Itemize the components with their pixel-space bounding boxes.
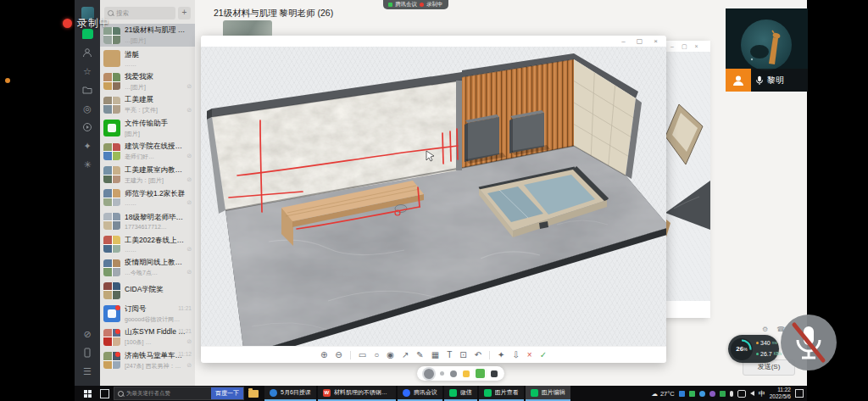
weather-widget[interactable]: ☁ 27°C [651,390,674,398]
chat-preview: …[图片] [125,83,186,92]
close-icon[interactable]: × [695,43,698,49]
close-icon[interactable]: × [654,37,658,45]
mute-icon: ⊘ [186,338,192,345]
chat-list-item[interactable]: 疫情期间线上教学……今晚7点…⊘ [100,256,195,279]
chat-list-item[interactable]: 18级黎明老师毕业…17734617712… [100,209,195,232]
zoom-in-tool[interactable]: ⊕ [320,351,327,359]
minimize-icon[interactable]: – [670,43,674,49]
tray-app-icon[interactable] [699,391,705,397]
chat-list-item[interactable]: 文件传输助手[图片] [100,117,195,140]
chat-list-item[interactable]: 游艇…… [100,47,195,70]
tray-app-icon[interactable] [720,391,726,397]
subscriptions-icon [108,309,116,318]
contacts-icon[interactable] [75,43,100,62]
add-chat-button[interactable]: + [178,7,191,19]
phone-icon[interactable] [75,343,100,362]
chat-list-item[interactable]: CIDA学院奖 [100,279,195,302]
ime-indicator[interactable]: 中 [759,389,765,398]
mini-programs-icon[interactable]: ✦ [75,136,100,155]
viewer-titlebar[interactable]: – ▢ × [201,36,666,47]
chat-list-item[interactable]: 建筑学院在线授课群老师们好…⊘ [100,140,195,163]
image-editor-icon [531,389,538,397]
undo-tool[interactable]: ↶ [475,351,481,359]
pin-tool[interactable]: ✦ [498,351,504,359]
save-tool[interactable]: ⇩ [512,351,519,359]
pen-color-swatch[interactable] [491,370,498,377]
task-view-button[interactable] [96,386,114,401]
meeting-badge[interactable]: 腾讯会议 录制中 [383,0,448,9]
pen-color-swatch[interactable] [463,370,470,377]
cancel-tool[interactable]: × [527,351,532,359]
clock[interactable]: 11:22 2022/5/6 [770,387,791,400]
gear-icon[interactable]: ⚙ [762,326,768,333]
chat-list-item[interactable]: 师范学校1.2家长群……⊘ [100,187,195,209]
start-button[interactable] [80,386,96,401]
dnd-icon[interactable]: ⊘ [75,325,100,343]
tray-app-icon[interactable] [709,391,715,397]
mic-muted-button[interactable] [781,315,837,370]
moments-icon[interactable]: ◎ [75,99,100,118]
chat-list-item[interactable]: 我爱我家…[图片]⊘ [100,70,195,93]
tray-chat-icon[interactable] [737,390,746,398]
arrow-tool[interactable]: ↗ [402,351,409,359]
network-speed-widget[interactable]: 26% 340 ms 26.7 KB/s [728,335,779,363]
menu-icon[interactable]: ☰ [75,362,100,381]
chat-list-item[interactable]: 工美建展室内教研室王建为：[图片]⊘ [100,163,195,186]
maximize-icon[interactable]: ▢ [682,43,687,50]
minimize-icon[interactable]: – [621,37,625,45]
taskbar-app-image-viewer[interactable]: 图片查看 [479,386,524,401]
crop-tool[interactable]: ⊡ [459,351,466,359]
text-tool[interactable]: T [447,351,452,359]
image-window-background[interactable]: – ▢ × [665,41,710,318]
pen-tool[interactable]: ✎ [416,351,423,359]
confirm-tool[interactable]: ✓ [540,351,547,359]
taskbar-app-wechat[interactable]: 微信 [444,386,477,401]
taskbar-app-image-editor[interactable]: 图片编辑 [526,386,570,401]
rect-tool[interactable]: ▭ [359,351,366,359]
video-call-tile[interactable]: 黎明 [726,8,808,92]
files-icon[interactable] [75,81,100,99]
tray-mic-icon[interactable] [730,391,733,397]
chat-list-item[interactable]: 济南铁马堂单车俱乐…[247条] 西装男神：饭局…11:12⊘ [100,348,195,371]
tray-app-icon[interactable] [689,391,695,397]
taskbar-app-wps-doc[interactable]: W材料肌理的不锈钢之… [318,386,396,401]
volume-icon[interactable] [750,391,754,396]
tray-app-icon[interactable] [679,391,685,397]
maximize-icon[interactable]: ▢ [637,37,643,45]
chat-list-item[interactable]: 工美2022春线上教………⊘ [100,233,195,256]
chat-name: 18级黎明老师毕业… [125,213,186,223]
mosaic-tool[interactable]: ▦ [431,351,439,359]
chat-list-item[interactable]: 21级材料与肌理 黎明……[图片] [100,24,195,47]
search-input[interactable]: 搜索 [104,7,175,19]
brush-tool[interactable]: ◉ [387,351,394,359]
member-icon [726,69,751,92]
chat-name: 疫情期间线上教学… [125,258,186,268]
chat-list-item[interactable]: 订阅号gooood谷德设计网：g…11:21 [100,303,195,326]
tray-time: 11:22 [770,387,791,393]
settings-icon[interactable]: ✳ [75,155,100,174]
chat-avatar [103,120,120,136]
mute-icon: ⊘ [186,153,192,159]
ellipse-tool[interactable]: ○ [374,351,379,359]
favorites-icon[interactable]: ☆ [75,62,100,81]
model-canvas[interactable] [201,47,666,346]
taskbar-search[interactable]: 为最美逆行者点赞 百度一下 [114,387,244,400]
pen-size-large[interactable] [424,369,434,379]
chat-time: 11:21 [178,328,192,334]
image-viewer-window[interactable]: – ▢ × [201,36,666,363]
file-explorer-button[interactable] [244,386,263,401]
taskbar-app-tencent-meeting[interactable]: 腾讯会议 [398,386,442,401]
chat-list-item[interactable]: 山东SYM Fiddle 4车…[100条] …11:21⊘ [100,326,195,348]
status-dot-icon [5,78,10,83]
pen-color-swatch[interactable] [450,370,457,377]
baidu-search-button[interactable]: 百度一下 [211,387,243,399]
pen-size-small[interactable] [440,371,444,376]
zoom-out-tool[interactable]: ⊖ [335,351,342,359]
pen-color-swatch[interactable] [476,369,485,378]
taskbar-app-schedule[interactable]: 5月6日授课 [264,386,316,401]
chat-preview: gooood谷德设计网：g… [125,315,186,324]
chat-list-item[interactable]: 工美建展平亮：[文件]⊘ [100,93,195,116]
channels-icon[interactable] [75,118,100,136]
action-center-icon[interactable] [795,389,804,398]
latency-value: 340 [760,340,771,346]
